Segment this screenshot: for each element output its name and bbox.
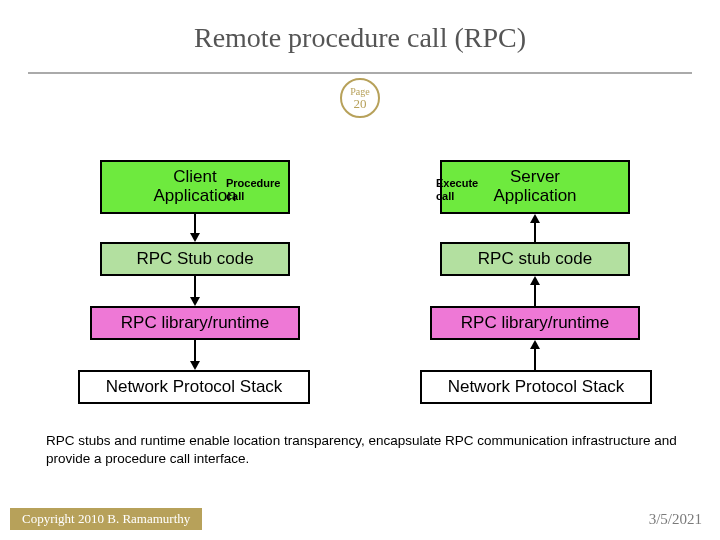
arrow-down-icon: [190, 233, 200, 242]
client-stub-box: RPC Stub code: [100, 242, 290, 276]
arrow-line: [194, 340, 196, 362]
slide: Remote procedure call (RPC) Page 20 Clie…: [0, 0, 720, 540]
page-title: Remote procedure call (RPC): [0, 0, 720, 54]
divider: [28, 72, 692, 74]
arrow-down-icon: [190, 297, 200, 306]
server-network-box: Network Protocol Stack: [420, 370, 652, 404]
client-runtime-label: RPC library/runtime: [121, 313, 269, 333]
rpc-diagram: ClientApplication RPC Stub code RPC libr…: [0, 150, 720, 460]
page-badge-number: 20: [354, 97, 367, 110]
copyright-footer: Copyright 2010 B. Ramamurthy: [10, 508, 202, 530]
server-runtime-box: RPC library/runtime: [430, 306, 640, 340]
arrow-line: [534, 284, 536, 306]
page-badge-label: Page: [350, 87, 369, 97]
execute-call-label: Executecall: [436, 177, 478, 202]
client-runtime-box: RPC library/runtime: [90, 306, 300, 340]
client-application-label: ClientApplication: [153, 168, 236, 205]
server-runtime-label: RPC library/runtime: [461, 313, 609, 333]
arrow-line: [534, 222, 536, 242]
caption-text: RPC stubs and runtime enable location tr…: [46, 432, 680, 468]
server-stub-label: RPC stub code: [478, 249, 592, 269]
arrow-line: [534, 348, 536, 370]
procedure-call-label: Procedurecall: [226, 177, 280, 202]
page-number-badge: Page 20: [340, 78, 380, 118]
server-network-label: Network Protocol Stack: [448, 377, 625, 397]
client-stub-label: RPC Stub code: [136, 249, 253, 269]
arrow-down-icon: [190, 361, 200, 370]
client-network-box: Network Protocol Stack: [78, 370, 310, 404]
arrow-line: [194, 276, 196, 298]
server-application-label: ServerApplication: [493, 168, 576, 205]
date-footer: 3/5/2021: [649, 511, 702, 528]
server-stub-box: RPC stub code: [440, 242, 630, 276]
arrow-line: [194, 214, 196, 234]
client-network-label: Network Protocol Stack: [106, 377, 283, 397]
